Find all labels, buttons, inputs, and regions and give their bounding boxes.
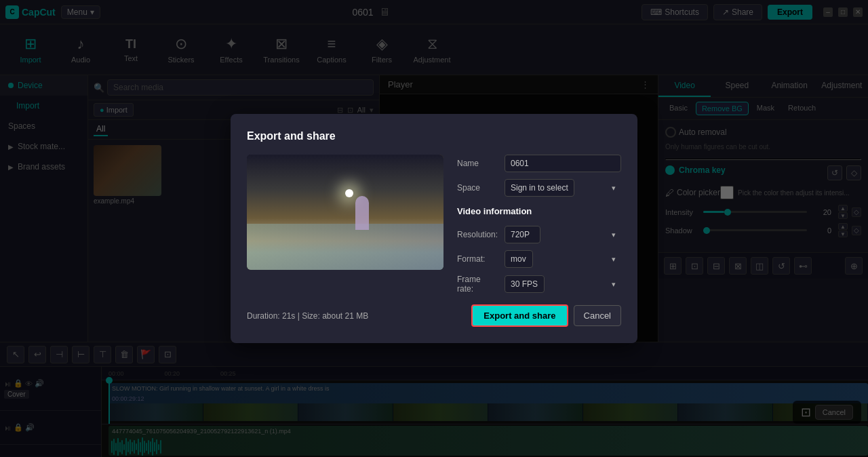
modal-footer: Duration: 21s | Size: about 21 MB Export…	[247, 304, 621, 327]
framerate-label: Frame rate:	[457, 275, 498, 294]
name-field-label: Name	[457, 159, 498, 168]
resolution-label: Resolution:	[457, 230, 498, 239]
cancel-modal-button[interactable]: Cancel	[574, 305, 621, 326]
framerate-select[interactable]: 24 FPS 30 FPS 60 FPS	[505, 275, 545, 293]
modal-body: Name Space Sign in to select Video infor…	[247, 155, 621, 294]
export-modal: Export and share Name Space	[231, 114, 637, 343]
space-select-wrap: Sign in to select	[505, 179, 621, 197]
video-info-title: Video information	[457, 206, 621, 216]
space-select[interactable]: Sign in to select	[505, 179, 574, 197]
format-field-row: Format: mov mp4	[457, 250, 621, 268]
export-modal-overlay: Export and share Name Space	[0, 0, 868, 457]
resolution-select-wrap: 720P 1080P 4K	[505, 226, 621, 243]
preview-light	[345, 189, 353, 197]
format-select[interactable]: mov mp4	[505, 250, 533, 268]
name-field-row: Name	[457, 155, 621, 172]
duration-size-text: Duration: 21s | Size: about 21 MB	[247, 311, 368, 321]
modal-title: Export and share	[247, 130, 621, 142]
export-share-button[interactable]: Export and share	[471, 304, 568, 327]
resolution-select[interactable]: 720P 1080P 4K	[505, 226, 540, 243]
space-field-label: Space	[457, 183, 498, 193]
resolution-field-row: Resolution: 720P 1080P 4K	[457, 226, 621, 243]
framerate-select-wrap: 24 FPS 30 FPS 60 FPS	[505, 275, 621, 293]
preview-image	[247, 155, 443, 270]
name-input[interactable]	[505, 155, 621, 172]
framerate-field-row: Frame rate: 24 FPS 30 FPS 60 FPS	[457, 275, 621, 294]
space-field-row: Space Sign in to select	[457, 179, 621, 197]
format-label: Format:	[457, 254, 498, 264]
modal-fields: Name Space Sign in to select Video infor…	[457, 155, 621, 294]
modal-preview	[247, 155, 443, 270]
preview-figure	[355, 196, 369, 230]
modal-actions: Export and share Cancel	[471, 304, 621, 327]
format-select-wrap: mov mp4	[505, 250, 621, 268]
